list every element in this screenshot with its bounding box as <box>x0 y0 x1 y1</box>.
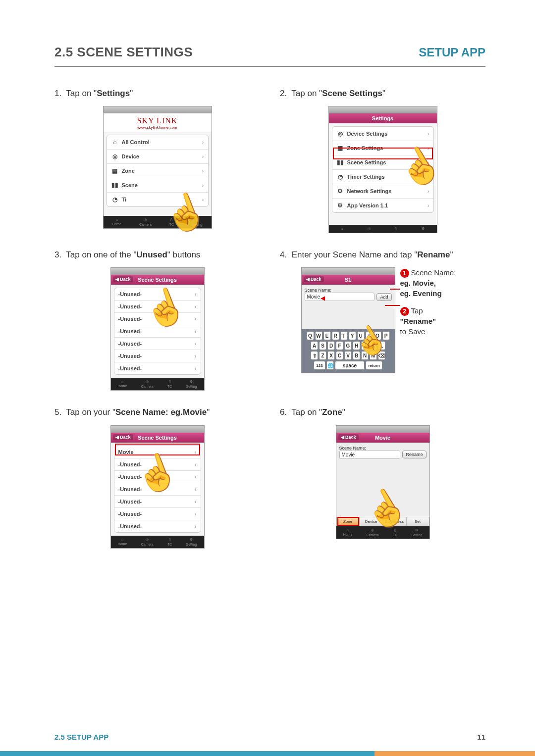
segment-tabs[interactable]: Zone Device Brightness Set <box>336 517 429 526</box>
key[interactable]: E <box>323 331 331 340</box>
key[interactable]: N <box>361 351 369 360</box>
back-button[interactable]: ◀ Back <box>304 276 324 282</box>
add-button[interactable]: Add <box>376 293 391 301</box>
shield-icon: ◎ <box>336 130 344 138</box>
tc-tab-icon: ▯ <box>169 380 171 384</box>
menu-item-zone[interactable]: ▦Zone› <box>107 164 208 178</box>
key[interactable]: Y <box>349 331 356 340</box>
key[interactable]: Z <box>319 351 326 360</box>
key[interactable]: A <box>311 341 318 350</box>
screen-title: Settings <box>329 113 437 123</box>
scene-name-label: Scene Name: <box>339 446 427 451</box>
key[interactable]: T <box>340 331 348 340</box>
menu-item-device-settings[interactable]: ◎Device Settings› <box>332 127 433 141</box>
step-3: 3. Tap on one of the "Unused" buttons ◀ … <box>54 248 260 391</box>
keyboard[interactable]: QWERTYUIOP ASDFGHJKL ⇧ ZXCVBNM ⌫ 123 🌐 s… <box>302 329 395 373</box>
globe-key[interactable]: 🌐 <box>326 361 334 370</box>
annotation-2: 2Tap "Rename" to Save <box>400 305 465 337</box>
key[interactable]: S <box>319 341 326 350</box>
menu-item-app-version[interactable]: ⚙App Version 1.1› <box>332 199 433 212</box>
back-button[interactable]: ◀ Back <box>338 434 359 440</box>
menu-item-scene[interactable]: ▮▮Scene› <box>107 178 208 193</box>
key[interactable]: I <box>366 331 373 340</box>
screen-title: ◀ BackScene Settings <box>111 275 204 285</box>
rename-button[interactable]: Rename <box>402 451 426 458</box>
section-subtitle: SETUP APP <box>419 46 485 59</box>
step-6: 6. Tap on "Zone" ◀ BackMovie Scene Name:… <box>280 405 485 548</box>
key[interactable]: M <box>370 351 377 360</box>
timer-icon: ◔ <box>111 196 119 203</box>
tab-set[interactable]: Set <box>406 517 429 526</box>
list-item-movie[interactable]: Movie› <box>114 446 201 458</box>
key[interactable]: F <box>336 341 343 350</box>
bottom-tabbar[interactable]: ⌂Home ◎Camera ▯TC ⚙Setting <box>104 216 212 228</box>
home-tab-icon: ⌂ <box>347 528 349 532</box>
key[interactable]: O <box>374 331 381 340</box>
camera-tab-icon: ◎ <box>146 380 149 384</box>
list-item[interactable]: -Unused-› <box>114 520 201 532</box>
scene-icon: ▮▮ <box>336 158 344 166</box>
scene-name-input[interactable]: Movie <box>305 293 375 301</box>
key[interactable]: K <box>370 341 377 350</box>
numeric-key[interactable]: 123 <box>314 361 325 370</box>
key[interactable]: B <box>353 351 360 360</box>
menu-item-scene-settings[interactable]: ▮▮Scene Settings› <box>332 155 433 170</box>
menu-item-network-settings[interactable]: ⚙Network Settings› <box>332 184 433 199</box>
step-2: 2. Tap on "Scene Settings" Settings ◎Dev… <box>280 87 485 233</box>
scene-name-input[interactable]: Movie <box>339 451 401 459</box>
menu-item-all-control[interactable]: ⌂All Control› <box>107 135 208 150</box>
bottom-tabbar[interactable]: ⌂ ◎ ▯ ⚙ <box>329 225 437 233</box>
back-button[interactable]: ◀ Back <box>113 434 133 440</box>
bottom-tabbar[interactable]: ⌂Home ◎Camera ▯TC ⚙Setting <box>111 378 204 390</box>
list-item[interactable]: -Unused-› <box>114 350 201 362</box>
list-item[interactable]: -Unused-› <box>114 508 201 520</box>
shift-key[interactable]: ⇧ <box>311 351 318 360</box>
list-item[interactable]: -Unused-› <box>114 313 201 325</box>
key[interactable]: U <box>357 331 365 340</box>
tab-zone[interactable]: Zone <box>336 517 360 526</box>
screen-title: ◀ BackS1 <box>302 275 395 285</box>
key[interactable]: D <box>327 341 335 350</box>
menu-item-timer-settings[interactable]: ◔Timer Settings› <box>332 170 433 184</box>
phone-screenshot-1: SKY LINK www.skylinkhome.com ⌂All Contro… <box>103 106 212 229</box>
chevron-right-icon: › <box>195 499 197 504</box>
list-item[interactable]: -Unused-› <box>114 471 201 483</box>
key[interactable]: X <box>327 351 335 360</box>
list-item[interactable]: -Unused-› <box>114 496 201 508</box>
key[interactable]: L <box>378 341 385 350</box>
list-item[interactable]: -Unused-› <box>114 458 201 471</box>
home-tab-icon: ⌂ <box>116 218 118 221</box>
tab-brightness[interactable]: Brightness <box>383 517 406 526</box>
key[interactable]: J <box>361 341 369 350</box>
key[interactable]: V <box>344 351 352 360</box>
bottom-tabbar[interactable]: ⌂Home ◎Camera ▯TC ⚙Setting <box>111 536 204 548</box>
tc-tab-icon: ▯ <box>395 227 397 231</box>
step-1: 1. Tap on "Settings" SKY LINK www.skylin… <box>54 87 260 233</box>
settings-tab-icon: ⚙ <box>190 538 193 542</box>
key[interactable]: R <box>332 331 339 340</box>
key[interactable]: W <box>315 331 322 340</box>
tab-device[interactable]: Device <box>360 517 383 526</box>
list-item[interactable]: -Unused-› <box>114 325 201 338</box>
list-item[interactable]: -Unused-› <box>114 483 201 496</box>
key[interactable]: G <box>344 341 352 350</box>
return-key[interactable]: return <box>366 361 382 370</box>
list-item[interactable]: -Unused-› <box>114 362 201 374</box>
list-item[interactable]: -Unused-› <box>114 288 201 301</box>
chevron-right-icon: › <box>195 353 197 359</box>
key[interactable]: Q <box>307 331 314 340</box>
list-item[interactable]: -Unused-› <box>114 338 201 350</box>
menu-item-zone-settings[interactable]: ▦Zone Settings› <box>332 141 433 155</box>
key[interactable]: C <box>336 351 343 360</box>
settings-tab-icon: ⚙ <box>422 227 425 231</box>
bottom-tabbar[interactable]: ⌂Home ◎Camera ▯TC ⚙Setting <box>336 526 429 539</box>
list-item[interactable]: -Unused-› <box>114 301 201 313</box>
chevron-right-icon: › <box>195 523 197 529</box>
space-key[interactable]: space <box>335 361 365 370</box>
key[interactable]: P <box>382 331 390 340</box>
back-button[interactable]: ◀ Back <box>113 276 133 282</box>
backspace-key[interactable]: ⌫ <box>378 351 385 360</box>
key[interactable]: H <box>353 341 360 350</box>
menu-item-device[interactable]: ◎Device› <box>107 150 208 164</box>
menu-item-timer[interactable]: ◔Ti› <box>107 193 208 206</box>
